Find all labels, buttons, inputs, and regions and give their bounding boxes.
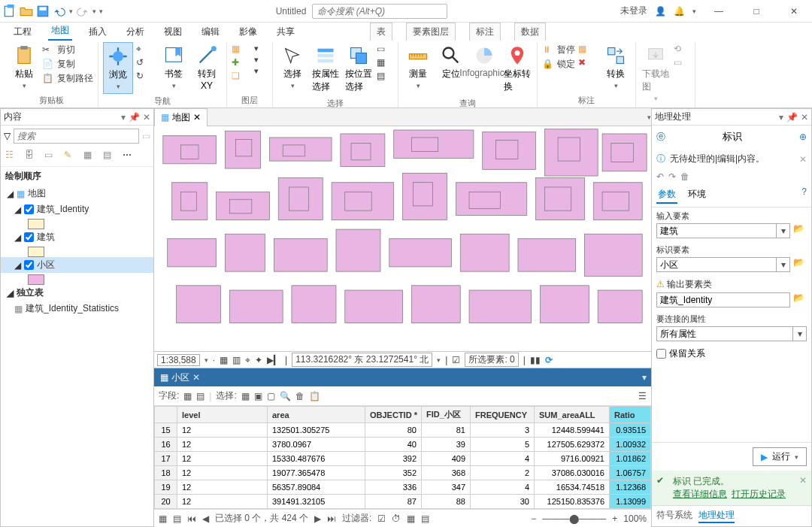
maximize-button[interactable]: □ [741,1,771,22]
dismiss-msg-icon[interactable]: ✕ [799,154,807,165]
measure-button[interactable]: 测量▾ [403,42,433,92]
table-identity-stats[interactable]: ▦建筑_Identity_Statistics [1,301,153,317]
select-all-icon[interactable]: ▦ [241,391,250,401]
clear-sel-icon[interactable]: ▢ [267,391,275,401]
minimize-button[interactable]: — [704,1,734,22]
user-icon[interactable]: 👤 [655,6,666,17]
input-features-input[interactable] [656,223,777,238]
gp-autohide-icon[interactable]: ▾ [779,112,783,123]
dropdown-icon[interactable]: ▾ [793,326,807,341]
pin-icon[interactable]: 📌 [129,112,140,123]
refresh-icon[interactable]: ⟳ [545,355,553,365]
coordinates[interactable]: 113.3216282° 东 23.1272541° 北 [292,353,432,367]
zoom-in-icon[interactable]: + [612,513,617,524]
filter-icon-3[interactable]: ▦ [407,513,415,524]
filter-icon-2[interactable]: ⏱ [392,513,401,524]
close-icon[interactable]: ✕ [143,112,150,123]
context-tab-label[interactable]: 标注 [469,23,501,41]
show-selected-icon[interactable]: ▤ [173,513,181,524]
filter-icon-4[interactable]: ▤ [421,513,429,524]
hist-del-icon[interactable]: 🗑 [680,171,689,182]
sel-opt-3-icon[interactable]: ▤ [377,71,393,83]
folder-icon[interactable]: 📂 [793,292,807,307]
tab-env[interactable]: 环境 [686,186,707,204]
filter-icon[interactable]: ▽ [4,131,11,141]
new-project-icon[interactable] [3,5,17,18]
gp-close-icon[interactable]: ✕ [801,112,808,123]
add-data-icon[interactable]: ✚ [232,57,251,69]
undo-icon[interactable] [53,5,66,18]
context-tab-data[interactable]: 数据 [514,23,546,41]
sel-opt-2-icon[interactable]: ▦ [377,57,393,69]
redo-icon[interactable] [76,5,89,18]
join-attr-input[interactable] [656,326,793,341]
folder-icon[interactable]: 📂 [793,223,807,238]
select-by-attr-button[interactable]: 按属性选择 [311,42,341,96]
select-button[interactable]: 选择▾ [277,42,308,92]
view-unplaced-icon[interactable]: ▦ [578,44,598,56]
switch-sel-icon[interactable]: ▣ [254,391,262,401]
basemap-icon[interactable]: ▦ [232,44,251,56]
tab-imagery[interactable]: 影像 [236,23,260,41]
lock-labeling-button[interactable]: 🔒锁定 [542,58,575,71]
list-source-icon[interactable]: 🗄 [25,150,40,163]
tab-edit[interactable]: 编辑 [198,23,223,41]
fields-icon-1[interactable]: ▦ [183,391,192,401]
hist-undo-icon[interactable]: ↶ [656,171,664,182]
next-extent-icon[interactable]: ↻ [136,71,156,83]
open-history-link[interactable]: 打开历史记录 [732,489,786,499]
goto-xy-button[interactable]: 转到 XY [192,42,222,94]
context-tab-featurelayer[interactable]: 要素图层 [406,23,456,41]
infographics-button[interactable]: Infographics [469,42,499,81]
layer-identity[interactable]: ◢建筑_Identity [1,201,153,217]
select-by-loc-button[interactable]: 按位置选择 [344,42,374,96]
zoom-slider[interactable]: ———⬤——— [542,513,606,524]
dropdown-icon[interactable]: ▾ [777,257,790,272]
tab-share[interactable]: 共享 [274,23,298,41]
open-project-icon[interactable] [20,5,33,18]
dismiss-done-icon[interactable]: ✕ [799,475,807,486]
basemap-dd[interactable]: ▾ [254,44,268,53]
back-icon[interactable]: ⓔ [656,131,665,144]
zoom-out-icon[interactable]: − [531,513,536,524]
show-all-icon[interactable]: ▦ [159,513,167,524]
table-tab-menu[interactable]: ▾ [638,372,651,383]
prev-extent-icon[interactable]: ↺ [136,57,156,69]
dynamic-icon[interactable]: ✦ [255,355,262,365]
run-button[interactable]: ▶运行▾ [753,447,807,466]
bookmark-button[interactable]: 书签▾ [159,42,189,92]
toc-more-icon[interactable]: ⋯ [123,150,138,163]
pause-draw-icon[interactable]: ▶▎ [267,355,280,365]
list-label-icon[interactable]: ▤ [103,150,118,163]
map-node[interactable]: ◢▦地图 [1,186,153,201]
ruler-icon[interactable]: ▥ [232,355,241,365]
filter-icon-1[interactable]: ☑ [377,513,386,524]
close-table-tab-icon[interactable]: ✕ [192,372,200,383]
undo-dropdown[interactable]: ▾ [69,8,73,15]
preset-dd[interactable]: ▾ [254,66,268,76]
prev-record-icon[interactable]: ◀ [202,513,209,524]
map-view-tab[interactable]: ▦ 地图 ✕ [154,108,208,126]
close-button[interactable]: ✕ [779,1,809,22]
zoom-level[interactable]: 100% [623,513,647,524]
search-input[interactable] [14,129,139,144]
copy-button[interactable]: 📄复制 [42,58,93,71]
sel-opt-1-icon[interactable]: ▭ [377,44,393,56]
add-tool-icon[interactable]: ⊕ [799,132,807,142]
autohide-icon[interactable]: ▾ [121,112,126,123]
command-search-input[interactable] [312,4,447,19]
scale-input[interactable]: 1:38,588 [157,354,200,366]
list-draworder-icon[interactable]: ☷ [5,150,20,163]
data-grid[interactable]: levelareaOBJECTID *FID_小区FREQUENCYSUM_ar… [154,406,651,509]
tab-params[interactable]: 参数 [656,186,677,204]
pause-icon[interactable]: ▮▮ [530,355,541,365]
tab-view[interactable]: 视图 [161,23,185,41]
close-map-tab-icon[interactable]: ✕ [193,112,201,123]
map-view[interactable] [154,126,651,351]
layer-community[interactable]: ◢小区 [1,257,153,273]
help-icon[interactable]: ? [801,186,807,204]
pause-labeling-button[interactable]: ⏸暂停 [542,44,575,56]
fields-icon-2[interactable]: ▤ [196,391,205,401]
next-record-icon[interactable]: ▶ [314,513,321,524]
full-extent-icon[interactable]: ⌖ [136,44,156,56]
